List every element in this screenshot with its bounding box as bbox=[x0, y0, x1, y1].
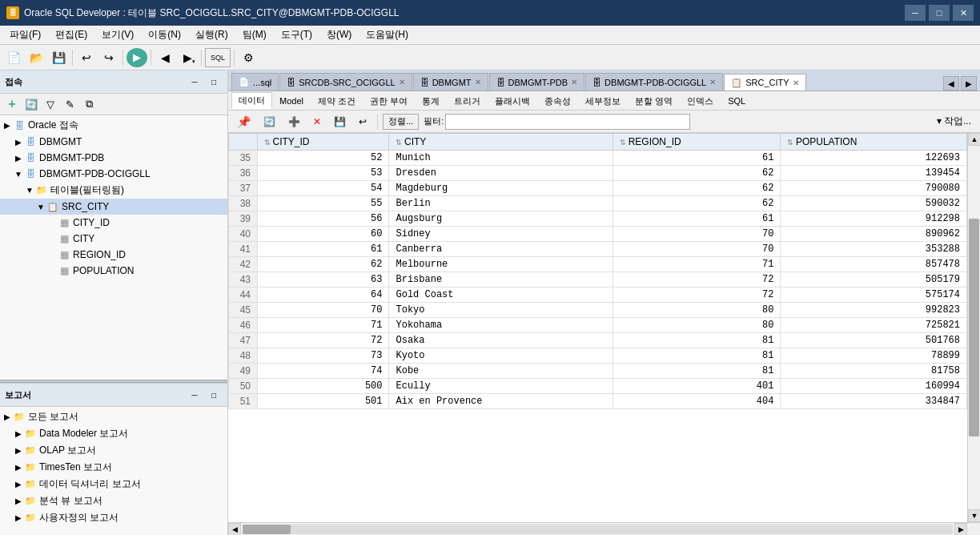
table-row[interactable]: 46 71 Yokohama 80 725821 bbox=[229, 318, 967, 333]
add-connection-btn[interactable]: + bbox=[3, 96, 21, 112]
subtab-data[interactable]: 데이터 bbox=[231, 92, 272, 109]
expand-src-city[interactable]: ▼ bbox=[35, 203, 46, 211]
tree-src-city[interactable]: ▼ 📋 SRC_CITY bbox=[0, 199, 227, 215]
refresh-btn[interactable]: 🔄 bbox=[258, 113, 281, 131]
menu-navigate[interactable]: 이동(N) bbox=[142, 26, 187, 43]
table-row[interactable]: 49 74 Kobe 81 81758 bbox=[229, 364, 967, 379]
toolbar-run[interactable]: ▶ bbox=[127, 48, 147, 67]
reports-maximize-btn[interactable]: □ bbox=[205, 387, 223, 403]
th-city-id[interactable]: ⇅ CITY_ID bbox=[258, 134, 389, 151]
tree-data-modeler[interactable]: ▶ 📁 Data Modeler 보고서 bbox=[0, 425, 227, 442]
table-row[interactable]: 51 501 Aix en Provence 404 334847 bbox=[229, 394, 967, 409]
expand-analysis-view[interactable]: ▶ bbox=[13, 497, 24, 505]
scrollbar-track-v[interactable] bbox=[968, 146, 980, 509]
scroll-track-h[interactable] bbox=[243, 525, 953, 534]
toolbar-redo[interactable]: ↪ bbox=[98, 48, 119, 67]
subtab-details[interactable]: 세부정보 bbox=[578, 93, 628, 109]
table-row[interactable]: 48 73 Kyoto 81 78899 bbox=[229, 348, 967, 364]
toolbar-undo[interactable]: ↩ bbox=[76, 48, 97, 67]
tree-all-reports[interactable]: ▶ 📁 모든 보고서 bbox=[0, 408, 227, 425]
menu-edit[interactable]: 편집(E) bbox=[49, 26, 94, 43]
tree-dbmgmt-pdb[interactable]: ▶ 🗄 DBMGMT-PDB bbox=[0, 150, 227, 166]
toolbar-open[interactable]: 📂 bbox=[26, 48, 46, 67]
minimize-button[interactable]: ─ bbox=[905, 5, 926, 21]
expand-tables-folder[interactable]: ▼ bbox=[24, 186, 35, 195]
expand-dbmgmt[interactable]: ▶ bbox=[13, 138, 24, 147]
menu-team[interactable]: 팀(M) bbox=[236, 26, 273, 43]
table-row[interactable]: 39 56 Augsburg 61 912298 bbox=[229, 211, 967, 227]
scroll-thumb-h[interactable] bbox=[243, 525, 291, 534]
toolbar-extra[interactable]: ⚙ bbox=[238, 48, 259, 67]
tree-dbmgmt[interactable]: ▶ 🗄 DBMGMT bbox=[0, 134, 227, 150]
tab-nav-right[interactable]: ▶ bbox=[961, 76, 977, 91]
expand-oracle-root[interactable]: ▶ bbox=[2, 121, 13, 130]
filter-connections-btn[interactable]: ▽ bbox=[42, 96, 59, 112]
expand-timesten[interactable]: ▶ bbox=[13, 463, 24, 472]
subtab-flashback[interactable]: 플래시백 bbox=[488, 93, 537, 109]
rollback-btn[interactable]: ↩ bbox=[353, 113, 372, 131]
tab-nav-left[interactable]: ◀ bbox=[943, 76, 959, 91]
pin-btn[interactable]: 📌 bbox=[231, 113, 256, 131]
expand-user-reports[interactable]: ▶ bbox=[13, 513, 24, 522]
toolbar-sql[interactable]: SQL bbox=[205, 48, 231, 67]
table-row[interactable]: 40 60 Sidney 70 890962 bbox=[229, 227, 967, 242]
menu-help[interactable]: 도움말(H) bbox=[359, 26, 415, 43]
subtab-triggers[interactable]: 트리거 bbox=[447, 93, 488, 109]
tree-dbmgmt-pdb-ociggll[interactable]: ▼ 🗄 DBMGMT-PDB-OCIGGLL bbox=[0, 166, 227, 182]
scroll-up-btn[interactable]: ▲ bbox=[968, 133, 980, 146]
tree-user-reports[interactable]: ▶ 📁 사용자정의 보고서 bbox=[0, 509, 227, 526]
maximize-button[interactable]: □ bbox=[929, 5, 950, 21]
scroll-down-btn[interactable]: ▼ bbox=[968, 509, 980, 522]
expand-dbmgmt-pdb[interactable]: ▶ bbox=[13, 154, 24, 163]
table-row[interactable]: 37 54 Magdeburg 62 790080 bbox=[229, 181, 967, 196]
menu-tools[interactable]: 도구(T) bbox=[275, 26, 319, 43]
subtab-partition[interactable]: 분할 영역 bbox=[628, 93, 680, 109]
th-city[interactable]: ⇅ CITY bbox=[389, 134, 613, 151]
subtab-sql[interactable]: SQL bbox=[721, 94, 753, 107]
work-dropdown-btn[interactable]: ▾ 작업... bbox=[931, 113, 977, 131]
toolbar-save[interactable]: 💾 bbox=[48, 48, 69, 67]
delete-row-btn[interactable]: ✕ bbox=[307, 113, 327, 131]
tab-dbmgmt-close[interactable]: ✕ bbox=[475, 78, 481, 86]
subtab-indexes[interactable]: 인덱스 bbox=[680, 93, 721, 109]
menu-window[interactable]: 창(W) bbox=[320, 26, 358, 43]
tree-olap[interactable]: ▶ 📁 OLAP 보고서 bbox=[0, 442, 227, 459]
reports-minimize-btn[interactable]: ─ bbox=[186, 387, 203, 403]
table-row[interactable]: 45 70 Tokyo 80 992823 bbox=[229, 303, 967, 318]
menu-file[interactable]: 파일(F) bbox=[3, 26, 47, 43]
filter-input[interactable] bbox=[445, 114, 690, 130]
copy-connections-btn[interactable]: ⧉ bbox=[80, 96, 98, 112]
tab-dbmgmt-pdb[interactable]: 🗄 DBMGMT-PDB ✕ bbox=[489, 73, 585, 91]
table-row[interactable]: 36 53 Dresden 62 139454 bbox=[229, 166, 967, 181]
expand-olap[interactable]: ▶ bbox=[13, 446, 24, 455]
toolbar-back[interactable]: ◀ bbox=[155, 48, 175, 67]
menu-view[interactable]: 보기(V) bbox=[95, 26, 140, 43]
tree-oracle-root[interactable]: ▶ 🗄 Oracle 접속 bbox=[0, 117, 227, 134]
panel-minimize-btn[interactable]: ─ bbox=[186, 74, 203, 90]
tab-dbmgmt-pdb-close[interactable]: ✕ bbox=[571, 78, 577, 86]
expand-data-dict[interactable]: ▶ bbox=[13, 480, 24, 489]
table-container[interactable]: ⇅ CITY_ID ⇅ CITY ⇅ REGION_ID bbox=[228, 133, 967, 522]
bottom-scrollbar[interactable]: ◀ ▶ bbox=[228, 522, 980, 535]
subtab-stats[interactable]: 통계 bbox=[415, 93, 447, 109]
table-row[interactable]: 41 61 Canberra 70 353288 bbox=[229, 242, 967, 257]
panel-maximize-btn[interactable]: □ bbox=[205, 74, 223, 90]
expand-dbmgmt-pdb-ociggll[interactable]: ▼ bbox=[13, 170, 24, 179]
commit-btn[interactable]: 💾 bbox=[328, 113, 351, 131]
tab-srcdb-close[interactable]: ✕ bbox=[399, 78, 405, 86]
tree-col-city[interactable]: ▦ CITY bbox=[0, 231, 227, 247]
tree-tables-folder[interactable]: ▼ 📁 테이블(필터링됨) bbox=[0, 182, 227, 199]
expand-all-reports[interactable]: ▶ bbox=[2, 412, 13, 421]
tree-col-population[interactable]: ▦ POPULATION bbox=[0, 263, 227, 279]
refresh-connections-btn[interactable]: 🔄 bbox=[22, 96, 40, 112]
tree-analysis-view[interactable]: ▶ 📁 분석 뷰 보고서 bbox=[0, 493, 227, 509]
scrollbar-thumb-v[interactable] bbox=[969, 219, 979, 436]
table-row[interactable]: 38 55 Berlin 62 590032 bbox=[229, 196, 967, 211]
tab-sql[interactable]: 📄 ...sql bbox=[231, 73, 279, 91]
edit-connections-btn[interactable]: ✎ bbox=[61, 96, 78, 112]
subtab-deps[interactable]: 종속성 bbox=[537, 93, 578, 109]
table-row[interactable]: 43 63 Brisbane 72 505179 bbox=[229, 272, 967, 288]
table-row[interactable]: 42 62 Melbourne 71 857478 bbox=[229, 257, 967, 272]
tab-src-city[interactable]: 📋 SRC_CITY ✕ bbox=[724, 74, 805, 91]
tree-data-dict[interactable]: ▶ 📁 데이터 딕셔너리 보고서 bbox=[0, 476, 227, 493]
